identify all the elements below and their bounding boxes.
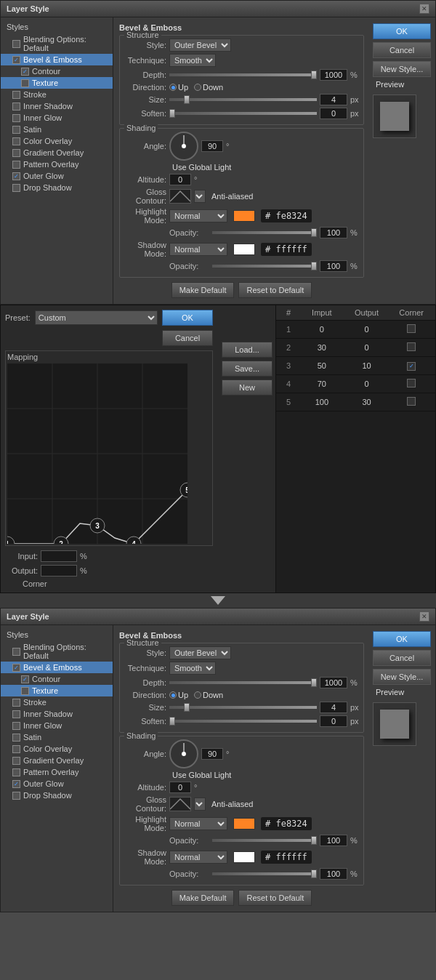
highlight-opacity-input-2[interactable] [320,835,347,846]
sidebar-item-inner-shadow-2[interactable]: Inner Shadow [1,708,113,720]
reset-default-button-2[interactable]: Reset to Default [238,890,312,906]
shadow-color-swatch[interactable] [233,244,255,255]
ok-button-1[interactable]: OK [373,23,431,39]
checkbox-drop-shadow-2[interactable] [12,792,20,800]
checkbox-pattern-overlay[interactable] [12,161,20,169]
shadow-opacity-input-2[interactable] [320,868,347,880]
angle-circle[interactable] [169,132,198,161]
checkbox-blending[interactable] [12,40,20,48]
checkbox-contour-2[interactable] [21,675,29,683]
sidebar-item-satin-2[interactable]: Satin [1,731,113,743]
soften-slider-2[interactable] [169,720,317,723]
depth-input[interactable] [320,69,347,81]
sidebar-item-satin[interactable]: Satin [1,124,113,135]
new-button[interactable]: New [222,379,272,395]
checkbox-inner-glow[interactable] [12,114,20,122]
depth-input-2[interactable] [320,677,347,688]
size-slider[interactable] [169,98,317,101]
checkbox-outer-glow-2[interactable] [12,780,20,788]
checkbox-satin[interactable] [12,126,20,134]
angle-input-2[interactable] [201,748,223,760]
sidebar-item-texture-2[interactable]: Texture [1,685,113,696]
sidebar-item-gradient-overlay-2[interactable]: Gradient Overlay [1,755,113,766]
sidebar-item-pattern-overlay[interactable]: Pattern Overlay [1,158,113,170]
make-default-button-1[interactable]: Make Default [171,282,235,298]
shadow-color-swatch-2[interactable] [233,851,255,863]
altitude-input-2[interactable] [169,782,191,793]
highlight-opacity-input[interactable] [320,227,347,238]
sidebar-item-blending[interactable]: Blending Options: Default [1,33,113,54]
checkbox-pattern-overlay-2[interactable] [12,768,20,776]
depth-slider-2[interactable] [169,681,317,684]
shadow-opacity-slider[interactable] [212,265,317,268]
checkbox-texture[interactable] [21,79,29,87]
size-input-2[interactable] [320,702,347,713]
curve-cancel-button[interactable]: Cancel [162,330,213,346]
sidebar-item-color-overlay[interactable]: Color Overlay [1,135,113,147]
size-slider-2[interactable] [169,706,317,709]
new-style-button-1[interactable]: New Style... [373,61,431,77]
sidebar-item-bevel[interactable]: Bevel & Emboss [1,54,113,65]
highlight-opacity-slider-2[interactable] [212,839,317,842]
style-select[interactable]: Outer Bevel [169,39,231,52]
radio-down-circle-2[interactable] [194,691,201,699]
technique-select-2[interactable]: Smooth [169,662,216,675]
checkbox-color-overlay[interactable] [12,137,20,145]
sidebar-item-inner-shadow[interactable]: Inner Shadow [1,100,113,112]
sidebar-item-outer-glow-2[interactable]: Outer Glow [1,778,113,790]
checkbox-gradient-overlay[interactable] [12,149,20,157]
style-select-2[interactable]: Outer Bevel [169,646,231,659]
sidebar-item-gradient-overlay[interactable]: Gradient Overlay [1,147,113,158]
row5-checkbox[interactable] [407,397,416,406]
row3-checkbox[interactable] [407,362,416,371]
sidebar-item-bevel-2[interactable]: Bevel & Emboss [1,662,113,673]
cancel-button-2[interactable]: Cancel [373,650,431,666]
gloss-contour-select[interactable] [194,190,206,203]
angle-circle-2[interactable] [169,739,198,768]
highlight-select[interactable]: Normal [169,209,227,222]
checkbox-texture-2[interactable] [21,687,29,695]
highlight-opacity-slider[interactable] [212,231,317,234]
checkbox-inner-glow-2[interactable] [12,722,20,730]
input-field[interactable] [41,550,77,562]
sidebar-item-blending-2[interactable]: Blending Options: Default [1,641,113,662]
sidebar-item-stroke[interactable]: Stroke [1,89,113,100]
row1-checkbox[interactable] [407,324,416,333]
sidebar-item-pattern-overlay-2[interactable]: Pattern Overlay [1,766,113,778]
gloss-contour-preview-2[interactable] [169,797,191,811]
soften-input[interactable] [320,108,347,119]
sidebar-item-drop-shadow-2[interactable]: Drop Shadow [1,790,113,801]
row2-checkbox[interactable] [407,342,416,351]
radio-up-circle-2[interactable] [169,691,177,699]
new-style-button-2[interactable]: New Style... [373,669,431,685]
checkbox-outer-glow[interactable] [12,172,20,180]
highlight-color-swatch-2[interactable] [233,818,255,830]
curve-ok-button[interactable]: OK [162,310,213,326]
radio-down-2[interactable]: Down [194,691,223,699]
shadow-mode-select[interactable]: Normal [169,243,227,256]
depth-slider[interactable] [169,73,317,76]
gloss-contour-preview[interactable] [169,189,191,204]
close-button-1[interactable]: ✕ [419,4,429,14]
radio-up-circle[interactable] [169,84,177,91]
preset-select[interactable]: Custom [35,310,158,325]
radio-down[interactable]: Down [194,83,223,92]
curve-canvas[interactable]: 1 2 3 4 5 [7,364,187,544]
sidebar-item-contour-2[interactable]: Contour [1,673,113,685]
checkbox-stroke[interactable] [12,91,20,99]
save-button[interactable]: Save... [222,361,272,377]
checkbox-inner-shadow[interactable] [12,103,20,111]
reset-default-button-1[interactable]: Reset to Default [238,282,312,298]
sidebar-item-stroke-2[interactable]: Stroke [1,696,113,708]
soften-slider[interactable] [169,112,317,115]
cancel-button-1[interactable]: Cancel [373,42,431,58]
highlight-select-2[interactable]: Normal [169,817,227,830]
shadow-mode-select-2[interactable]: Normal [169,851,227,864]
gloss-contour-select-2[interactable] [194,798,206,811]
radio-down-circle[interactable] [194,84,201,91]
radio-up-2[interactable]: Up [169,691,188,699]
checkbox-contour[interactable] [21,68,29,76]
soften-input-2[interactable] [320,715,347,727]
checkbox-bevel[interactable] [12,56,20,64]
sidebar-item-outer-glow[interactable]: Outer Glow [1,170,113,182]
